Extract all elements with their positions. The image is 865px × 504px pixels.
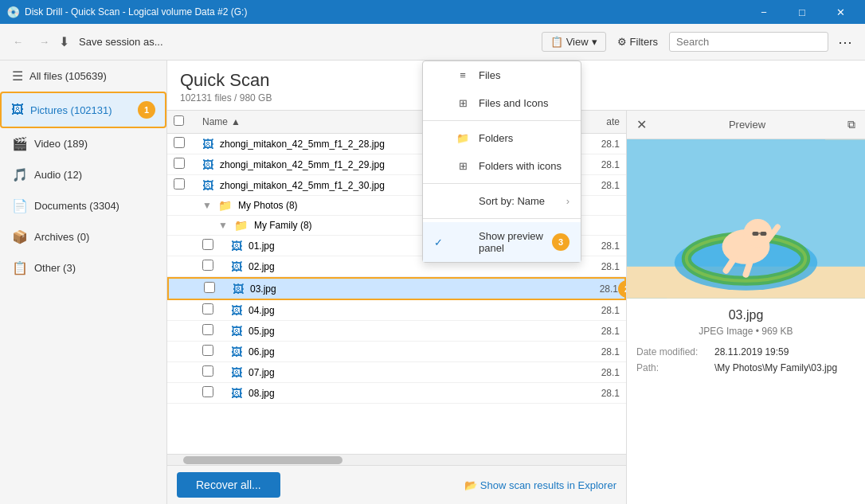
- sidebar-label: Pictures (102131): [30, 104, 131, 116]
- check-icon: ✓: [434, 236, 447, 248]
- preview-svg: [627, 139, 865, 299]
- preview-info: 03.jpg JPEG Image • 969 KB Date modified…: [627, 299, 865, 388]
- dropdown-item-folders-icons[interactable]: ⊞ Folders with icons: [423, 152, 581, 180]
- file-icon: 🖼: [231, 304, 242, 317]
- date-modified-value: 28.11.2019 19:59: [714, 346, 789, 357]
- sidebar-label: Other (3): [34, 262, 157, 274]
- dropdown-menu: ≡ Files ⊞ Files and Icons 📁 Folders ⊞ Fo…: [422, 61, 581, 263]
- dropdown-label: Files and Icons: [479, 97, 569, 109]
- other-icon: 📋: [12, 260, 28, 275]
- sidebar-item-archives[interactable]: 📦 Archives (0): [0, 221, 166, 252]
- preview-title: Preview: [647, 119, 847, 131]
- pictures-icon: 🖼: [11, 103, 24, 117]
- path-label: Path:: [636, 362, 708, 373]
- view-button[interactable]: 📋 View ▾: [542, 32, 606, 52]
- forward-icon: →: [39, 36, 49, 48]
- folder-icon: 📁: [218, 199, 232, 212]
- files-icon: ≡: [455, 69, 471, 81]
- sort-asc-icon: ▲: [231, 116, 241, 127]
- sidebar: ☰ All files (105639) 🖼 Pictures (102131)…: [0, 61, 167, 504]
- dropdown-item-files-icons[interactable]: ⊞ Files and Icons: [423, 89, 581, 117]
- scrollbar-thumb[interactable]: [183, 456, 342, 464]
- dropdown-separator: [423, 120, 581, 121]
- sidebar-label: All files (105639): [29, 70, 157, 82]
- sidebar-item-other[interactable]: 📋 Other (3): [0, 252, 166, 283]
- back-button[interactable]: ←: [6, 33, 29, 51]
- preview-close-button[interactable]: ✕: [636, 117, 647, 132]
- row-checkbox[interactable]: [202, 260, 213, 271]
- select-all-checkbox[interactable]: [174, 115, 184, 126]
- meta-date-row: Date modified: 28.11.2019 19:59: [636, 346, 855, 357]
- preview-panel: ✕ Preview ⧉: [626, 111, 865, 504]
- svg-rect-7: [752, 232, 758, 236]
- toolbar: ← → ⬇ Save session as... 📋 View ▾ ⚙ Filt…: [0, 24, 865, 61]
- row-checkbox[interactable]: [202, 239, 213, 250]
- bottom-bar: Recover all... 📂 Show scan results in Ex…: [167, 465, 626, 504]
- row-checkbox[interactable]: [202, 365, 213, 377]
- horizontal-scrollbar[interactable]: [167, 454, 626, 465]
- recover-all-button[interactable]: Recover all...: [177, 472, 280, 498]
- chevron-down-icon: ▾: [592, 36, 597, 48]
- sidebar-item-audio[interactable]: 🎵 Audio (12): [0, 159, 166, 190]
- row-checkbox[interactable]: [174, 158, 185, 169]
- filters-button[interactable]: ⚙ Filters: [609, 33, 666, 51]
- sidebar-item-pictures[interactable]: 🖼 Pictures (102131) 1: [0, 92, 166, 128]
- preview-copy-button[interactable]: ⧉: [847, 118, 855, 131]
- file-icon: 🖼: [231, 260, 242, 273]
- app-icon: 💿: [6, 6, 20, 18]
- folder-icon: 📁: [455, 132, 471, 144]
- row-checkbox[interactable]: [174, 137, 185, 148]
- row-checkbox[interactable]: [202, 324, 213, 335]
- file-icon: 🖼: [231, 346, 242, 358]
- table-row[interactable]: 🖼 04.jpg 28.1: [167, 300, 626, 321]
- view-icon: 📋: [550, 36, 563, 48]
- more-button[interactable]: ⋯: [832, 30, 859, 54]
- dropdown-separator: [423, 183, 581, 184]
- maximize-button[interactable]: □: [784, 0, 820, 24]
- table-row[interactable]: 🖼 05.jpg 28.1: [167, 321, 626, 342]
- file-icon: 🖼: [231, 366, 242, 379]
- dropdown-label: Sort by: Name: [479, 195, 558, 207]
- save-session-button[interactable]: Save session as...: [72, 33, 170, 51]
- filter-icon: ⚙: [617, 36, 627, 48]
- dropdown-item-sort[interactable]: Sort by: Name ›: [423, 187, 581, 215]
- search-input[interactable]: [669, 32, 828, 52]
- dropdown-item-files[interactable]: ≡ Files: [423, 61, 581, 89]
- minimize-button[interactable]: −: [746, 0, 782, 24]
- sidebar-item-documents[interactable]: 📄 Documents (3304): [0, 190, 166, 221]
- close-button[interactable]: ✕: [822, 0, 859, 24]
- table-row[interactable]: 🖼 08.jpg 28.1: [167, 383, 626, 404]
- preview-filetype: JPEG Image • 969 KB: [636, 326, 855, 337]
- annotation-badge-3: 3: [552, 233, 569, 251]
- expand-icon: ▼: [218, 220, 228, 231]
- row-checkbox[interactable]: [174, 178, 185, 189]
- explorer-icon: 📂: [464, 479, 477, 491]
- folder-icon: 📁: [234, 219, 248, 232]
- window-controls: − □ ✕: [746, 0, 859, 24]
- table-row[interactable]: 🖼 03.jpg 28.1 2: [167, 277, 626, 300]
- file-icon: 🖼: [233, 283, 244, 295]
- dropdown-item-folders[interactable]: 📁 Folders: [423, 124, 581, 152]
- file-icon: 🖼: [231, 387, 242, 400]
- video-icon: 🎬: [12, 136, 28, 151]
- window-title: Disk Drill - Quick Scan - Logical volume…: [25, 6, 746, 18]
- file-icon: 🖼: [231, 240, 242, 252]
- row-checkbox[interactable]: [202, 386, 213, 397]
- dropdown-label: Folders with icons: [479, 160, 569, 172]
- row-checkbox[interactable]: [202, 303, 213, 315]
- row-checkbox[interactable]: [202, 345, 213, 356]
- table-row[interactable]: 🖼 07.jpg 28.1: [167, 362, 626, 383]
- sidebar-item-video[interactable]: 🎬 Video (189): [0, 128, 166, 159]
- svg-rect-8: [760, 232, 766, 236]
- row-checkbox[interactable]: [204, 282, 215, 293]
- sidebar-item-all-files[interactable]: ☰ All files (105639): [0, 61, 166, 92]
- dropdown-separator: [423, 218, 581, 219]
- dropdown-item-preview[interactable]: ✓ Show preview panel 3: [423, 222, 581, 262]
- title-bar: 💿 Disk Drill - Quick Scan - Logical volu…: [0, 0, 865, 24]
- expand-icon: ▼: [202, 200, 212, 211]
- back-icon: ←: [13, 36, 23, 48]
- forward-button[interactable]: →: [33, 33, 56, 51]
- show-in-explorer-link[interactable]: 📂 Show scan results in Explorer: [464, 479, 616, 491]
- sidebar-label: Video (189): [34, 138, 157, 150]
- table-row[interactable]: 🖼 06.jpg 28.1: [167, 342, 626, 362]
